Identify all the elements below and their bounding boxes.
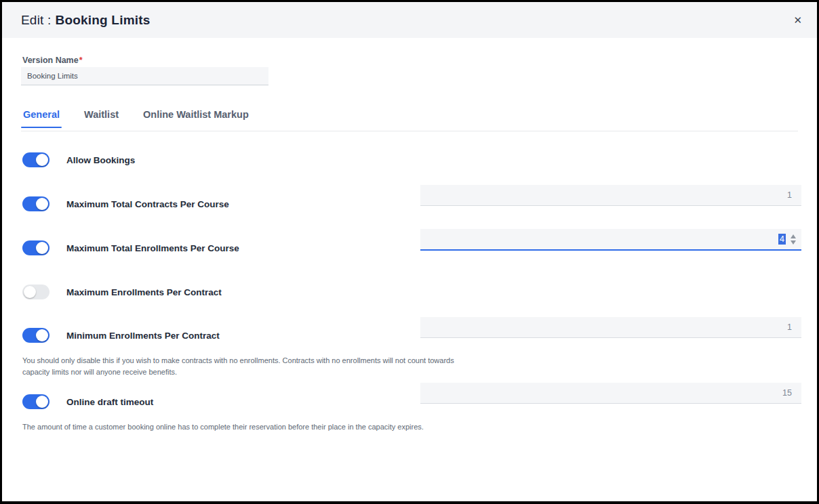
tab-bar: General Waitlist Online Waitlist Markup xyxy=(21,108,798,131)
setting-label: Online draft timeout xyxy=(66,397,153,407)
spinner-down-icon[interactable] xyxy=(791,240,796,245)
number-spinner[interactable] xyxy=(791,234,796,245)
setting-label: Minimum Enrollments Per Contract xyxy=(66,331,220,341)
toggle-allow-bookings[interactable] xyxy=(22,152,49,167)
screen: Edit : Booking Limits ✕ Version Name* Ge… xyxy=(0,0,819,504)
toggle-knob xyxy=(36,329,48,341)
spinner-up-icon[interactable] xyxy=(791,234,796,238)
setting-row-max-total-enrollments: Maximum Total Enrollments Per Course xyxy=(22,240,239,255)
setting-row-online-draft-timeout: Online draft timeout xyxy=(22,394,153,409)
online-draft-timeout-input[interactable] xyxy=(420,383,801,404)
toggle-max-total-enrollments[interactable] xyxy=(22,240,49,255)
setting-row-min-enrollments-per-contract: Minimum Enrollments Per Contract xyxy=(22,328,220,343)
page-title: Edit : Booking Limits xyxy=(21,2,151,38)
close-icon[interactable]: ✕ xyxy=(793,2,802,38)
toggle-online-draft-timeout[interactable] xyxy=(22,394,49,409)
toggle-max-enrollments-per-contract[interactable] xyxy=(22,285,49,299)
edit-booking-limits-modal: Edit : Booking Limits ✕ Version Name* Ge… xyxy=(2,2,817,501)
setting-label: Allow Bookings xyxy=(66,155,135,165)
toggle-knob xyxy=(36,198,48,210)
max-total-contracts-input[interactable] xyxy=(420,185,801,206)
toggle-knob xyxy=(36,396,48,408)
online-draft-timeout-help-text: The amount of time a customer booking on… xyxy=(22,421,633,433)
toggle-knob xyxy=(24,286,36,298)
setting-row-max-enrollments-per-contract: Maximum Enrollments Per Contract xyxy=(22,285,222,299)
modal-header: Edit : Booking Limits ✕ xyxy=(2,2,817,38)
required-asterisk: * xyxy=(79,56,83,65)
tab-general[interactable]: General xyxy=(21,108,62,127)
version-name-label: Version Name* xyxy=(22,56,83,65)
setting-label: Maximum Total Contracts Per Course xyxy=(66,199,229,209)
toggle-min-enrollments-per-contract[interactable] xyxy=(22,328,49,343)
title-prefix: Edit : xyxy=(21,13,52,28)
min-enrollments-per-contract-input[interactable] xyxy=(420,317,801,338)
toggle-max-total-contracts[interactable] xyxy=(22,196,49,211)
setting-label: Maximum Enrollments Per Contract xyxy=(66,287,222,297)
toggle-knob xyxy=(36,242,48,254)
selected-input-value: 4 xyxy=(778,234,786,245)
min-enrollments-help-text: You should only disable this if you wish… xyxy=(22,355,475,378)
tab-online-waitlist-markup[interactable]: Online Waitlist Markup xyxy=(141,108,251,127)
max-total-enrollments-input[interactable]: 4 xyxy=(420,229,801,251)
version-name-input[interactable] xyxy=(21,67,268,85)
setting-row-allow-bookings: Allow Bookings xyxy=(22,152,135,167)
toggle-knob xyxy=(36,154,48,166)
title-version-name: Booking Limits xyxy=(56,13,151,28)
tab-waitlist[interactable]: Waitlist xyxy=(82,108,121,127)
setting-label: Maximum Total Enrollments Per Course xyxy=(66,243,239,253)
setting-row-max-total-contracts: Maximum Total Contracts Per Course xyxy=(22,196,229,211)
